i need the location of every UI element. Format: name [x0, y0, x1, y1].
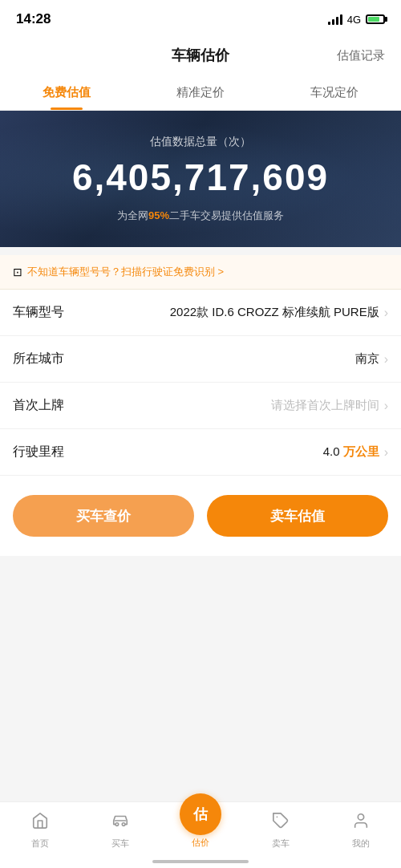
main-content: ⊡ 不知道车辆型号号？扫描行驶证免费识别 > 车辆型号 2022款 ID.6 C…: [0, 255, 401, 556]
signal-icon: [328, 14, 342, 25]
form-label-regdate: 首次上牌: [13, 397, 85, 414]
svg-point-1: [122, 822, 125, 825]
form-value-mileage: 4.0 万公里: [85, 444, 384, 460]
nav-item-mine[interactable]: 我的: [321, 802, 401, 852]
header: 车辆估价 估值记录: [0, 35, 401, 75]
form-label-mileage: 行驶里程: [13, 444, 85, 460]
nav-label-home: 首页: [31, 838, 49, 850]
scan-tip-text: 不知道车辆型号号？扫描行驶证免费识别 >: [27, 265, 388, 279]
battery-icon: [366, 14, 385, 24]
form-value-city: 南京: [85, 351, 384, 367]
chevron-right-icon-mileage: ›: [384, 445, 388, 460]
bottom-navigation: 首页 买车 估 估价 卖车: [0, 801, 401, 868]
form-label-city: 所在城市: [13, 351, 85, 367]
status-bar: 14:28 4G: [0, 0, 401, 35]
network-label: 4G: [347, 14, 361, 26]
nav-label-mine: 我的: [352, 838, 370, 850]
form-item-model[interactable]: 车辆型号 2022款 ID.6 CROZZ 标准续航 PURE版 ›: [0, 290, 401, 336]
form-value-regdate: 请选择首次上牌时间: [85, 398, 384, 413]
page-title: 车辆估价: [64, 46, 337, 65]
nav-item-sell[interactable]: 卖车: [241, 802, 321, 852]
svg-point-0: [115, 822, 119, 825]
nav-item-estimate[interactable]: 估 估价: [160, 802, 241, 852]
nav-label-buy: 买车: [111, 838, 129, 850]
record-button[interactable]: 估值记录: [337, 48, 385, 63]
banner-subtitle: 估值数据总量（次）: [150, 135, 251, 149]
form-item-city[interactable]: 所在城市 南京 ›: [0, 336, 401, 383]
stats-banner: 估值数据总量（次） 6,405,717,609 为全网95%二手车交易提供估值服…: [0, 111, 401, 247]
form-label-model: 车辆型号: [13, 304, 85, 321]
form-item-regdate[interactable]: 首次上牌 请选择首次上牌时间 ›: [0, 383, 401, 429]
action-buttons: 买车查价 卖车估值: [0, 476, 401, 556]
form-section: 车辆型号 2022款 ID.6 CROZZ 标准续航 PURE版 › 所在城市 …: [0, 290, 401, 476]
form-item-mileage[interactable]: 行驶里程 4.0 万公里 ›: [0, 429, 401, 476]
tab-precise-pricing[interactable]: 精准定价: [134, 75, 268, 110]
form-value-model: 2022款 ID.6 CROZZ 标准续航 PURE版: [85, 305, 384, 320]
chevron-right-icon-city: ›: [384, 352, 388, 367]
scan-icon: ⊡: [13, 266, 22, 278]
nav-item-buy[interactable]: 买车: [80, 802, 160, 852]
sell-estimate-button[interactable]: 卖车估值: [207, 495, 388, 537]
status-icons: 4G: [328, 14, 385, 26]
tab-condition-pricing[interactable]: 车况定价: [267, 75, 401, 110]
scan-tip-bar[interactable]: ⊡ 不知道车辆型号号？扫描行驶证免费识别 >: [0, 255, 401, 290]
estimate-center-text: 估: [193, 805, 208, 824]
nav-item-home[interactable]: 首页: [0, 802, 80, 852]
tab-bar: 免费估值 精准定价 车况定价: [0, 75, 401, 111]
home-indicator: [152, 860, 249, 863]
chevron-right-icon: ›: [384, 306, 388, 320]
car-icon: [111, 812, 130, 834]
banner-number: 6,405,717,609: [72, 156, 329, 199]
nav-label-sell: 卖车: [272, 838, 290, 850]
estimate-circle: 估: [180, 793, 221, 835]
svg-point-3: [358, 813, 363, 819]
chevron-right-icon-regdate: ›: [384, 399, 388, 413]
tag-icon: [272, 812, 290, 834]
buy-price-button[interactable]: 买车查价: [13, 495, 194, 537]
status-time: 14:28: [16, 11, 51, 27]
home-icon: [31, 812, 49, 834]
nav-label-estimate: 估价: [192, 837, 209, 849]
tab-free-estimate[interactable]: 免费估值: [0, 75, 134, 110]
banner-description: 为全网95%二手车交易提供估值服务: [117, 209, 284, 223]
user-icon: [352, 812, 370, 834]
